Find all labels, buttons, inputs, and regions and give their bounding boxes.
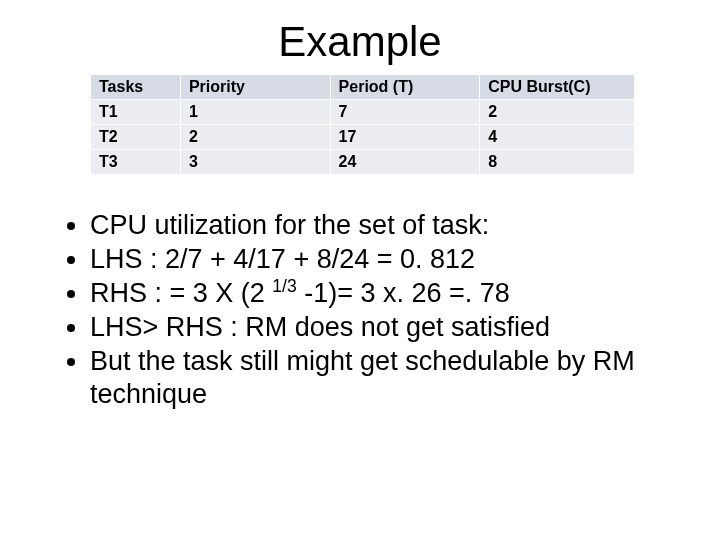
list-item: LHS> RHS : RM does not get satisfied <box>90 311 680 344</box>
cell: 1 <box>180 100 330 125</box>
col-header: CPU Burst(C) <box>480 75 635 100</box>
table-row: T1 1 7 2 <box>91 100 635 125</box>
cell: 7 <box>330 100 480 125</box>
col-header: Tasks <box>91 75 181 100</box>
cell: 4 <box>480 125 635 150</box>
list-item: LHS : 2/7 + 4/17 + 8/24 = 0. 812 <box>90 243 680 276</box>
table-row: T2 2 17 4 <box>91 125 635 150</box>
list-item: CPU utilization for the set of task: <box>90 209 680 242</box>
cell: T3 <box>91 150 181 175</box>
table-header-row: Tasks Priority Period (T) CPU Burst(C) <box>91 75 635 100</box>
cell: 8 <box>480 150 635 175</box>
text: -1)= 3 x. 26 =. 78 <box>297 278 510 308</box>
cell: 2 <box>480 100 635 125</box>
cell: T1 <box>91 100 181 125</box>
cell: 24 <box>330 150 480 175</box>
cell: 2 <box>180 125 330 150</box>
bullet-list: CPU utilization for the set of task: LHS… <box>68 209 680 411</box>
task-table: Tasks Priority Period (T) CPU Burst(C) T… <box>90 74 635 175</box>
cell: 17 <box>330 125 480 150</box>
table: Tasks Priority Period (T) CPU Burst(C) T… <box>90 74 635 175</box>
cell: 3 <box>180 150 330 175</box>
col-header: Priority <box>180 75 330 100</box>
page-title: Example <box>0 0 720 74</box>
text: RHS : = 3 X (2 <box>90 278 272 308</box>
col-header: Period (T) <box>330 75 480 100</box>
cell: T2 <box>91 125 181 150</box>
list-item: RHS : = 3 X (2 1/3 -1)= 3 x. 26 =. 78 <box>90 277 680 310</box>
table-row: T3 3 24 8 <box>91 150 635 175</box>
superscript: 1/3 <box>272 276 296 296</box>
list-item: But the task still might get schedulable… <box>90 345 680 411</box>
slide: Example Tasks Priority Period (T) CPU Bu… <box>0 0 720 540</box>
